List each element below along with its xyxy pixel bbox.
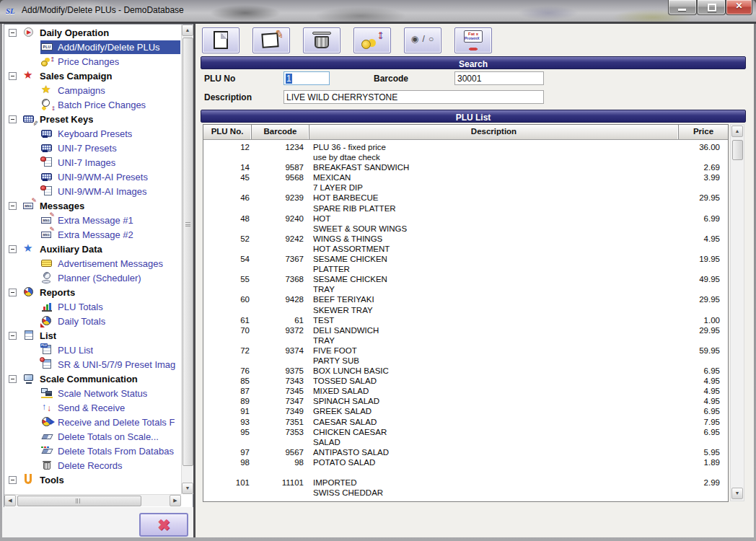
new-record-button[interactable] <box>202 27 239 53</box>
column-header-description[interactable]: Description <box>309 125 679 139</box>
tree-item-tools[interactable]: Tools <box>4 472 180 487</box>
column-header-price[interactable]: Price <box>679 125 728 139</box>
tree-item-sr-uni-5-7-9-preset-imag[interactable]: SR & UNI-5/7/9 Preset Imag <box>4 357 180 371</box>
barcode-input[interactable] <box>454 71 544 85</box>
tree-item-delete-records[interactable]: Delete Records <box>4 458 180 472</box>
tree-item-messages[interactable]: Messages <box>4 198 180 213</box>
column-header-barcode[interactable]: Barcode <box>252 125 309 139</box>
plu-no-input[interactable]: 1 <box>284 71 330 85</box>
tree-item-planner-scheduler[interactable]: Planner (Scheduler) <box>4 270 180 285</box>
tree-item-delete-totals-on-scale[interactable]: Delete Totals on Scale... <box>4 429 180 444</box>
tree-item-batch-price-changes[interactable]: Batch Price Changes <box>4 97 180 112</box>
collapse-icon[interactable] <box>9 115 17 123</box>
table-scroll-thumb[interactable] <box>732 140 743 160</box>
plu-row-76[interactable]: 769375BOX LUNCH BASIC6.95 <box>203 366 728 376</box>
scroll-down-icon[interactable]: ▼ <box>182 483 193 494</box>
cell-description: GREEK SALAD <box>304 406 677 416</box>
collapse-icon[interactable] <box>9 245 17 253</box>
exit-button[interactable]: ✖ <box>139 513 188 537</box>
collapse-icon[interactable] <box>9 375 17 383</box>
tree-hscroll-thumb[interactable] <box>17 496 141 506</box>
tree-item-uni-9-wm-ai-images[interactable]: UNI-9/WM-AI Images <box>4 184 180 198</box>
plu-row-60[interactable]: 609428BEEF TERIYAKISKEWER TRAY29.95 <box>203 294 728 315</box>
tree-item-advertisement-messages[interactable]: Advertisement Messages <box>4 256 180 270</box>
scroll-down-icon[interactable]: ▼ <box>731 488 743 499</box>
description-input[interactable] <box>284 90 544 104</box>
plu-row-101[interactable]: 10111101IMPORTEDSWISS CHEDDAR2.99 <box>203 478 728 498</box>
tree-item-delete-totals-from-databas[interactable]: Delete Totals From Databas <box>4 444 180 458</box>
tree-item-campaigns[interactable]: Campaigns <box>4 83 180 97</box>
tree-item-daily-operation[interactable]: Daily Operation <box>4 25 180 40</box>
tree-item-scale-communication[interactable]: Scale Communication <box>4 371 180 386</box>
collapse-icon[interactable] <box>9 202 17 210</box>
plu-row-93[interactable]: 937351CAESAR SALAD7.95 <box>203 417 728 427</box>
tree-item-sales-campaign[interactable]: Sales Campaign <box>4 69 180 83</box>
plu-row-72[interactable]: 729374FIVE FOOTPARTY SUB59.95 <box>203 346 728 366</box>
tree-item-preset-keys[interactable]: Preset Keys <box>4 112 180 126</box>
thumb-grip-icon <box>76 498 81 503</box>
tree-item-price-changes[interactable]: Price Changes <box>4 54 180 69</box>
tree-item-scale-network-status[interactable]: Scale Network Status <box>4 386 180 400</box>
plu-row-45[interactable]: 459568MEXICAN7 LAYER DIP3.99 <box>203 172 728 193</box>
tree-item-uni-7-images[interactable]: UNI-7 Images <box>4 155 180 170</box>
plu-row-70[interactable]: 709372DELI SANDWICHTRAY29.95 <box>203 325 728 346</box>
table-vertical-scrollbar[interactable]: ▲ ▼ <box>730 124 744 501</box>
cell-description: DELI SANDWICHTRAY <box>304 325 677 346</box>
tree-item-plu-list[interactable]: PLU List <box>4 343 180 357</box>
delete-record-button[interactable] <box>303 27 340 53</box>
status-toggle-button[interactable] <box>404 27 441 53</box>
tree-item-add-modify-delete-plus[interactable]: Add/Modify/Delete PLUs <box>4 40 180 54</box>
tree-item-plu-totals[interactable]: PLU Totals <box>4 299 180 314</box>
nutrition-button[interactable] <box>454 27 492 53</box>
collapse-icon[interactable] <box>9 332 17 340</box>
wrench-icon <box>23 474 35 485</box>
tree-item-list[interactable]: List <box>4 328 180 343</box>
edit-record-button[interactable] <box>252 27 290 53</box>
tree-item-reports[interactable]: Reports <box>4 285 180 299</box>
plu-row-46[interactable]: 469239HOT BARBECUESPARE RIB PLATTER29.95 <box>203 193 728 213</box>
plu-row-89[interactable]: 897347SPINACH SALAD4.95 <box>203 396 728 406</box>
plu-row-91[interactable]: 917349GREEK SALAD6.95 <box>203 406 728 416</box>
maximize-button[interactable] <box>697 0 726 15</box>
scroll-right-icon[interactable]: ▶ <box>170 495 181 506</box>
collapse-icon[interactable] <box>9 29 17 37</box>
plu-row-85[interactable]: 857343TOSSED SALAD4.95 <box>203 376 728 386</box>
msg-icon <box>23 200 35 211</box>
plu-row-95[interactable]: 957353CHICKEN CAESARSALAD6.95 <box>203 427 728 447</box>
tree-vertical-scrollbar[interactable]: ▲ ▼ <box>181 25 193 494</box>
column-header-plu-no[interactable]: PLU No. <box>203 125 252 139</box>
collapse-icon[interactable] <box>9 476 17 484</box>
tree-item-keyboard-presets[interactable]: Keyboard Presets <box>4 126 180 141</box>
plu-row-55[interactable]: 557368SESAME CHICKENTRAY49.95 <box>203 274 728 294</box>
scroll-up-icon[interactable]: ▲ <box>731 126 743 137</box>
tree-horizontal-scrollbar[interactable]: ◀ ▶ <box>4 494 181 506</box>
tree-item-auxiliary-data[interactable]: Auxiliary Data <box>4 242 180 256</box>
tree-item-extra-message-1[interactable]: Extra Message #1 <box>4 213 180 227</box>
scroll-left-icon[interactable]: ◀ <box>4 495 16 506</box>
title-bar: SL Add/Modify/Delete PLUs - DemoDatabase <box>0 0 756 24</box>
tree-item-daily-totals[interactable]: Daily Totals <box>4 314 180 328</box>
tree-item-extra-message-2[interactable]: Extra Message #2 <box>4 227 180 242</box>
tree-scroll-thumb[interactable] <box>183 38 193 466</box>
plu-row-54[interactable]: 547367SESAME CHICKENPLATTER19.95 <box>203 254 728 274</box>
tree-item-uni-9-wm-ai-presets[interactable]: UNI-9/WM-AI Presets <box>4 170 180 184</box>
window-close-button[interactable] <box>726 0 752 15</box>
plu-row-14[interactable]: 149587BREAKFAST SANDWICH2.69 <box>203 162 728 172</box>
plu-row-52[interactable]: 529242WINGS & THINGSHOT ASSORTMENT4.95 <box>203 234 728 254</box>
plu-row-48[interactable]: 489240HOTSWEET & SOUR WINGS6.99 <box>203 214 728 234</box>
tree-item-send-receive[interactable]: Send & Receive <box>4 400 180 415</box>
plu-row-61[interactable]: 6161TEST1.00 <box>203 315 728 325</box>
ad-msg-icon <box>41 258 53 269</box>
price-change-button[interactable] <box>353 27 391 53</box>
cell-plu-no: 54 <box>203 254 250 264</box>
plu-row-97[interactable]: 979567ANTIPASTO SALAD5.95 <box>203 447 728 457</box>
plu-row-98[interactable]: 9898POTATO SALAD1.89 <box>203 457 728 467</box>
tree-item-receive-and-delete-totals-f[interactable]: Receive and Delete Totals F <box>4 415 180 429</box>
collapse-icon[interactable] <box>9 289 17 296</box>
collapse-icon[interactable] <box>9 72 17 80</box>
scroll-up-icon[interactable]: ▲ <box>182 25 193 36</box>
plu-row-12[interactable]: 121234PLU 36 - fixed priceuse by dtae ch… <box>203 142 728 162</box>
tree-item-uni-7-presets[interactable]: UNI-7 Presets <box>4 141 180 155</box>
minimize-button[interactable] <box>668 0 697 15</box>
plu-row-87[interactable]: 877345MIXED SALAD4.95 <box>203 386 728 396</box>
